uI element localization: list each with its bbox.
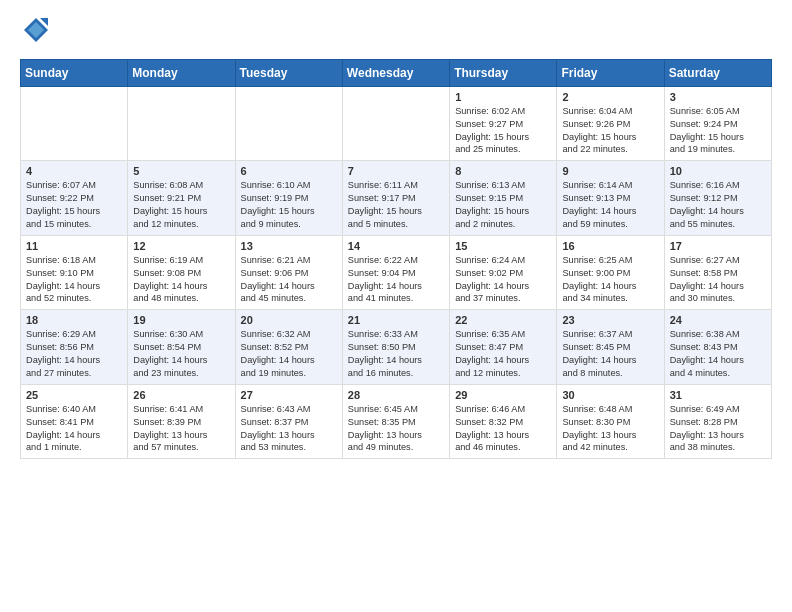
calendar-week-row: 4Sunrise: 6:07 AM Sunset: 9:22 PM Daylig… [21, 161, 772, 236]
day-number: 21 [348, 314, 444, 326]
logo-icon [22, 16, 50, 44]
cell-content: Sunrise: 6:21 AM Sunset: 9:06 PM Dayligh… [241, 254, 337, 306]
day-number: 14 [348, 240, 444, 252]
calendar-cell: 25Sunrise: 6:40 AM Sunset: 8:41 PM Dayli… [21, 384, 128, 459]
day-header-wednesday: Wednesday [342, 59, 449, 86]
day-number: 26 [133, 389, 229, 401]
calendar-cell: 18Sunrise: 6:29 AM Sunset: 8:56 PM Dayli… [21, 310, 128, 385]
day-number: 18 [26, 314, 122, 326]
cell-content: Sunrise: 6:25 AM Sunset: 9:00 PM Dayligh… [562, 254, 658, 306]
calendar-cell: 21Sunrise: 6:33 AM Sunset: 8:50 PM Dayli… [342, 310, 449, 385]
cell-content: Sunrise: 6:40 AM Sunset: 8:41 PM Dayligh… [26, 403, 122, 455]
calendar-cell: 31Sunrise: 6:49 AM Sunset: 8:28 PM Dayli… [664, 384, 771, 459]
day-number: 22 [455, 314, 551, 326]
cell-content: Sunrise: 6:29 AM Sunset: 8:56 PM Dayligh… [26, 328, 122, 380]
cell-content: Sunrise: 6:45 AM Sunset: 8:35 PM Dayligh… [348, 403, 444, 455]
calendar-week-row: 18Sunrise: 6:29 AM Sunset: 8:56 PM Dayli… [21, 310, 772, 385]
day-number: 7 [348, 165, 444, 177]
calendar-cell: 24Sunrise: 6:38 AM Sunset: 8:43 PM Dayli… [664, 310, 771, 385]
cell-content: Sunrise: 6:16 AM Sunset: 9:12 PM Dayligh… [670, 179, 766, 231]
day-header-friday: Friday [557, 59, 664, 86]
cell-content: Sunrise: 6:18 AM Sunset: 9:10 PM Dayligh… [26, 254, 122, 306]
cell-content: Sunrise: 6:22 AM Sunset: 9:04 PM Dayligh… [348, 254, 444, 306]
logo [20, 16, 50, 49]
cell-content: Sunrise: 6:49 AM Sunset: 8:28 PM Dayligh… [670, 403, 766, 455]
calendar-cell: 5Sunrise: 6:08 AM Sunset: 9:21 PM Daylig… [128, 161, 235, 236]
cell-content: Sunrise: 6:08 AM Sunset: 9:21 PM Dayligh… [133, 179, 229, 231]
cell-content: Sunrise: 6:05 AM Sunset: 9:24 PM Dayligh… [670, 105, 766, 157]
day-header-saturday: Saturday [664, 59, 771, 86]
day-number: 20 [241, 314, 337, 326]
calendar-cell: 17Sunrise: 6:27 AM Sunset: 8:58 PM Dayli… [664, 235, 771, 310]
calendar-cell: 11Sunrise: 6:18 AM Sunset: 9:10 PM Dayli… [21, 235, 128, 310]
cell-content: Sunrise: 6:19 AM Sunset: 9:08 PM Dayligh… [133, 254, 229, 306]
calendar-cell: 22Sunrise: 6:35 AM Sunset: 8:47 PM Dayli… [450, 310, 557, 385]
day-header-sunday: Sunday [21, 59, 128, 86]
day-number: 25 [26, 389, 122, 401]
day-number: 8 [455, 165, 551, 177]
calendar-cell: 15Sunrise: 6:24 AM Sunset: 9:02 PM Dayli… [450, 235, 557, 310]
day-number: 15 [455, 240, 551, 252]
day-number: 1 [455, 91, 551, 103]
cell-content: Sunrise: 6:11 AM Sunset: 9:17 PM Dayligh… [348, 179, 444, 231]
cell-content: Sunrise: 6:14 AM Sunset: 9:13 PM Dayligh… [562, 179, 658, 231]
day-number: 28 [348, 389, 444, 401]
calendar-cell: 28Sunrise: 6:45 AM Sunset: 8:35 PM Dayli… [342, 384, 449, 459]
calendar-cell: 16Sunrise: 6:25 AM Sunset: 9:00 PM Dayli… [557, 235, 664, 310]
cell-content: Sunrise: 6:24 AM Sunset: 9:02 PM Dayligh… [455, 254, 551, 306]
calendar-week-row: 1Sunrise: 6:02 AM Sunset: 9:27 PM Daylig… [21, 86, 772, 161]
day-number: 31 [670, 389, 766, 401]
day-header-monday: Monday [128, 59, 235, 86]
calendar-cell: 30Sunrise: 6:48 AM Sunset: 8:30 PM Dayli… [557, 384, 664, 459]
day-number: 29 [455, 389, 551, 401]
cell-content: Sunrise: 6:38 AM Sunset: 8:43 PM Dayligh… [670, 328, 766, 380]
day-number: 11 [26, 240, 122, 252]
calendar-header-row: SundayMondayTuesdayWednesdayThursdayFrid… [21, 59, 772, 86]
cell-content: Sunrise: 6:13 AM Sunset: 9:15 PM Dayligh… [455, 179, 551, 231]
day-number: 3 [670, 91, 766, 103]
cell-content: Sunrise: 6:43 AM Sunset: 8:37 PM Dayligh… [241, 403, 337, 455]
calendar-cell: 8Sunrise: 6:13 AM Sunset: 9:15 PM Daylig… [450, 161, 557, 236]
page: SundayMondayTuesdayWednesdayThursdayFrid… [0, 0, 792, 475]
day-number: 6 [241, 165, 337, 177]
cell-content: Sunrise: 6:02 AM Sunset: 9:27 PM Dayligh… [455, 105, 551, 157]
calendar-cell: 27Sunrise: 6:43 AM Sunset: 8:37 PM Dayli… [235, 384, 342, 459]
day-number: 24 [670, 314, 766, 326]
cell-content: Sunrise: 6:27 AM Sunset: 8:58 PM Dayligh… [670, 254, 766, 306]
calendar-cell: 4Sunrise: 6:07 AM Sunset: 9:22 PM Daylig… [21, 161, 128, 236]
day-header-tuesday: Tuesday [235, 59, 342, 86]
calendar-cell: 12Sunrise: 6:19 AM Sunset: 9:08 PM Dayli… [128, 235, 235, 310]
calendar-cell [21, 86, 128, 161]
day-number: 2 [562, 91, 658, 103]
cell-content: Sunrise: 6:33 AM Sunset: 8:50 PM Dayligh… [348, 328, 444, 380]
day-number: 13 [241, 240, 337, 252]
cell-content: Sunrise: 6:37 AM Sunset: 8:45 PM Dayligh… [562, 328, 658, 380]
cell-content: Sunrise: 6:41 AM Sunset: 8:39 PM Dayligh… [133, 403, 229, 455]
calendar-cell: 9Sunrise: 6:14 AM Sunset: 9:13 PM Daylig… [557, 161, 664, 236]
cell-content: Sunrise: 6:30 AM Sunset: 8:54 PM Dayligh… [133, 328, 229, 380]
calendar-cell: 13Sunrise: 6:21 AM Sunset: 9:06 PM Dayli… [235, 235, 342, 310]
day-number: 27 [241, 389, 337, 401]
calendar-week-row: 25Sunrise: 6:40 AM Sunset: 8:41 PM Dayli… [21, 384, 772, 459]
cell-content: Sunrise: 6:35 AM Sunset: 8:47 PM Dayligh… [455, 328, 551, 380]
cell-content: Sunrise: 6:10 AM Sunset: 9:19 PM Dayligh… [241, 179, 337, 231]
calendar-cell [235, 86, 342, 161]
calendar-cell: 20Sunrise: 6:32 AM Sunset: 8:52 PM Dayli… [235, 310, 342, 385]
day-number: 17 [670, 240, 766, 252]
calendar-cell: 14Sunrise: 6:22 AM Sunset: 9:04 PM Dayli… [342, 235, 449, 310]
day-number: 30 [562, 389, 658, 401]
calendar-cell: 19Sunrise: 6:30 AM Sunset: 8:54 PM Dayli… [128, 310, 235, 385]
calendar-cell: 23Sunrise: 6:37 AM Sunset: 8:45 PM Dayli… [557, 310, 664, 385]
calendar-cell: 29Sunrise: 6:46 AM Sunset: 8:32 PM Dayli… [450, 384, 557, 459]
day-number: 12 [133, 240, 229, 252]
calendar-cell: 7Sunrise: 6:11 AM Sunset: 9:17 PM Daylig… [342, 161, 449, 236]
cell-content: Sunrise: 6:07 AM Sunset: 9:22 PM Dayligh… [26, 179, 122, 231]
calendar-week-row: 11Sunrise: 6:18 AM Sunset: 9:10 PM Dayli… [21, 235, 772, 310]
calendar-cell: 2Sunrise: 6:04 AM Sunset: 9:26 PM Daylig… [557, 86, 664, 161]
calendar-cell: 3Sunrise: 6:05 AM Sunset: 9:24 PM Daylig… [664, 86, 771, 161]
day-number: 16 [562, 240, 658, 252]
cell-content: Sunrise: 6:46 AM Sunset: 8:32 PM Dayligh… [455, 403, 551, 455]
cell-content: Sunrise: 6:04 AM Sunset: 9:26 PM Dayligh… [562, 105, 658, 157]
day-header-thursday: Thursday [450, 59, 557, 86]
header [20, 16, 772, 49]
